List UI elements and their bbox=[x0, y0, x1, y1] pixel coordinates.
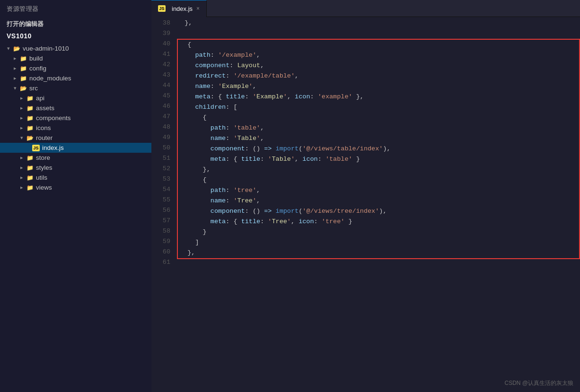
line-number: 55 bbox=[156, 195, 170, 205]
sidebar-item-assets[interactable]: 📁assets bbox=[0, 103, 151, 113]
folder-icon: 📁 bbox=[19, 75, 27, 82]
sidebar-item-build[interactable]: 📁build bbox=[0, 53, 151, 63]
tab-index-js[interactable]: JS index.js × bbox=[151, 0, 207, 17]
code-line: path: 'table', bbox=[178, 123, 579, 133]
chevron-icon bbox=[18, 125, 26, 131]
editor-wrapper: JS index.js × 38394041424344454647484950… bbox=[151, 0, 580, 392]
tree-item-label: assets bbox=[36, 105, 54, 112]
sidebar-item-index-js[interactable]: JSindex.js bbox=[0, 143, 151, 153]
tab-close-button[interactable]: × bbox=[196, 6, 200, 11]
line-number: 58 bbox=[156, 226, 170, 236]
code-line: meta: { title: 'Table', icon: 'table' } bbox=[178, 154, 579, 165]
code-line: }, bbox=[178, 248, 579, 258]
code-line: { bbox=[178, 40, 579, 50]
folder-icon: 📁 bbox=[26, 115, 34, 122]
chevron-icon bbox=[18, 165, 26, 171]
tree-item-label: router bbox=[36, 134, 53, 141]
folder-icon: 📁 bbox=[26, 174, 34, 181]
line-number: 46 bbox=[156, 101, 170, 112]
code-line: path: 'tree', bbox=[178, 185, 579, 196]
folder-icon: 📁 bbox=[26, 184, 34, 191]
tab-bar: JS index.js × bbox=[151, 0, 580, 17]
folder-open-icon: 📂 bbox=[26, 135, 34, 141]
line-number: 44 bbox=[156, 80, 170, 91]
line-number: 57 bbox=[156, 216, 170, 226]
line-number: 40 bbox=[156, 39, 170, 49]
line-number: 51 bbox=[156, 153, 170, 164]
tree-item-label: config bbox=[29, 65, 46, 72]
tree-item-label: src bbox=[29, 85, 38, 92]
line-number: 41 bbox=[156, 49, 170, 60]
code-line: name: 'Table', bbox=[178, 133, 579, 144]
sidebar-item-store[interactable]: 📁store bbox=[0, 153, 151, 163]
folder-icon: 📁 bbox=[26, 125, 34, 131]
line-number: 47 bbox=[156, 112, 170, 122]
line-number: 52 bbox=[156, 164, 170, 174]
sidebar-item-components[interactable]: 📁components bbox=[0, 113, 151, 123]
tree-item-label: views bbox=[36, 184, 52, 191]
chevron-icon bbox=[11, 65, 19, 71]
sidebar: 资源管理器 打开的编辑器 VS1010 📂vue-admin-1010📁buil… bbox=[0, 0, 151, 392]
sidebar-item-utils[interactable]: 📁utils bbox=[0, 173, 151, 183]
js-file-icon: JS bbox=[32, 145, 40, 151]
chevron-icon bbox=[18, 174, 26, 181]
sidebar-item-icons[interactable]: 📁icons bbox=[0, 123, 151, 133]
code-line: redirect: '/example/table', bbox=[178, 71, 579, 81]
chevron-icon bbox=[18, 135, 26, 141]
tree-item-label: api bbox=[36, 95, 44, 102]
line-number: 48 bbox=[156, 122, 170, 132]
line-number: 54 bbox=[156, 184, 170, 195]
code-line bbox=[175, 259, 580, 270]
code-line: component: Layout, bbox=[178, 61, 579, 71]
code-line: { bbox=[178, 113, 579, 123]
watermark: CSDN @认真生活的灰太狼 bbox=[504, 379, 573, 387]
sidebar-item-config[interactable]: 📁config bbox=[0, 63, 151, 73]
line-numbers: 3839404142434445464748495051525354555657… bbox=[151, 17, 175, 392]
line-number: 50 bbox=[156, 143, 170, 153]
chevron-icon bbox=[5, 45, 12, 52]
folder-open-icon: 📂 bbox=[19, 85, 27, 92]
code-line: component: () => import('@/views/table/i… bbox=[178, 144, 579, 154]
code-line: }, bbox=[178, 165, 579, 175]
folder-icon: 📁 bbox=[26, 105, 34, 112]
folder-icon: 📁 bbox=[19, 65, 27, 72]
line-number: 39 bbox=[156, 28, 170, 39]
code-line: meta: { title: 'Tree', icon: 'tree' } bbox=[178, 217, 579, 227]
code-line bbox=[175, 28, 580, 39]
tab-filename: index.js bbox=[172, 5, 193, 12]
tree-item-label: utils bbox=[36, 174, 47, 181]
code-line: }, bbox=[175, 18, 580, 28]
line-number: 59 bbox=[156, 236, 170, 247]
sidebar-item-api[interactable]: 📁api bbox=[0, 93, 151, 103]
sidebar-item-styles[interactable]: 📁styles bbox=[0, 163, 151, 173]
sidebar-project-title: VS1010 bbox=[0, 30, 151, 44]
line-number: 43 bbox=[156, 70, 170, 80]
chevron-icon bbox=[11, 75, 19, 81]
chevron-icon bbox=[11, 55, 19, 61]
line-number: 45 bbox=[156, 91, 170, 101]
sidebar-open-editors-label: 打开的编辑器 bbox=[0, 16, 151, 30]
chevron-icon bbox=[11, 85, 19, 91]
sidebar-item-node_modules[interactable]: 📁node_modules bbox=[0, 73, 151, 83]
code-line: name: 'Tree', bbox=[178, 196, 579, 206]
line-number: 42 bbox=[156, 60, 170, 70]
tree-item-label: components bbox=[36, 114, 71, 122]
sidebar-item-views[interactable]: 📁views bbox=[0, 183, 151, 192]
tree-item-label: icons bbox=[36, 124, 51, 131]
code-content[interactable]: }, { path: '/example', component: Layout… bbox=[175, 17, 580, 392]
folder-icon: 📁 bbox=[19, 55, 27, 62]
tree-item-label: vue-admin-1010 bbox=[23, 45, 69, 52]
sidebar-item-router[interactable]: 📂router bbox=[0, 133, 151, 143]
js-tab-icon: JS bbox=[158, 5, 166, 12]
sidebar-item-vue-admin[interactable]: 📂vue-admin-1010 bbox=[0, 44, 151, 53]
code-line: ] bbox=[178, 237, 579, 248]
line-number: 38 bbox=[156, 18, 170, 28]
sidebar-item-src[interactable]: 📂src bbox=[0, 83, 151, 93]
code-line: component: () => import('@/views/tree/in… bbox=[178, 206, 579, 217]
tree-item-label: index.js bbox=[42, 144, 64, 151]
chevron-icon bbox=[18, 105, 26, 111]
folder-icon: 📁 bbox=[26, 155, 34, 161]
code-line: name: 'Example', bbox=[178, 81, 579, 92]
tree-item-label: store bbox=[36, 154, 50, 161]
chevron-icon bbox=[18, 155, 26, 161]
